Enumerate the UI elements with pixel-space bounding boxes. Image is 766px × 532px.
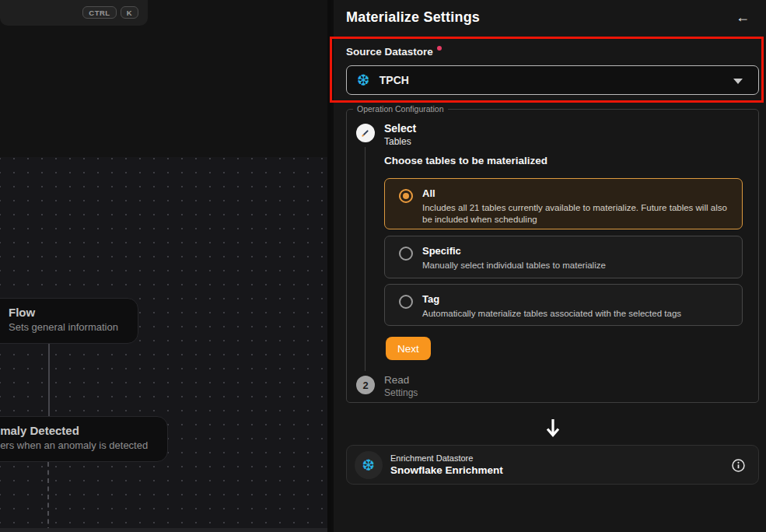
down-arrow-icon [544,417,562,439]
keyboard-shortcut: CTRL K [82,6,138,19]
node-title: Anomaly Detected [0,424,155,437]
option-description: Manually select individual tables to mat… [422,260,727,271]
radio-unselected-icon[interactable] [399,247,413,261]
snowflake-icon: ❆ [357,72,370,88]
source-datastore-value: TPCH [380,74,409,86]
info-icon[interactable] [731,458,746,473]
step-1-subtitle: Tables [384,136,416,147]
snowflake-icon: ❆ [362,457,376,473]
chevron-down-icon [733,79,743,84]
option-tag[interactable]: Tag Automatically materialize tables ass… [384,284,743,326]
radio-unselected-icon[interactable] [399,295,413,309]
step-2-label: Read Settings [384,374,418,398]
node-title: Flow [9,306,125,319]
radio-selected-icon[interactable] [399,189,413,203]
node-connector-dashed-line [47,462,49,532]
panel-header: Materialize Settings ← [334,0,766,34]
option-title: Tag [422,293,439,305]
step-2-subtitle: Settings [384,387,418,398]
node-subtitle: Triggers when an anomaly is detected [0,439,155,451]
option-description: Automatically materialize tables associa… [422,308,727,320]
step-1-title: Select [384,122,416,135]
step-1-label: Select Tables [384,122,416,147]
option-title: Specific [422,245,461,257]
source-datastore-label: Source Datastore [346,46,442,58]
option-title: All [422,187,435,199]
canvas-bottom-edge [0,528,331,532]
enrichment-datastore-label: Enrichment Datastore [390,453,503,463]
next-button[interactable]: Next [386,337,431,360]
choose-tables-heading: Choose tables to be materialized [384,155,547,166]
node-subtitle: Sets general information [9,321,125,333]
node-connector-line [48,344,50,416]
search-bar[interactable]: CTRL K [0,0,148,26]
step-2-title: Read [384,374,418,386]
source-datastore-select[interactable]: ❆ TPCH [346,65,759,95]
k-key-badge: K [121,6,138,19]
materialize-settings-panel: Materialize Settings ← Source Datastore … [331,0,766,532]
anomaly-detected-node[interactable]: Anomaly Detected Triggers when an anomal… [0,416,168,462]
option-description: Includes all 21 tables currently availab… [422,202,727,226]
operation-configuration-section: Operation Configuration Select Tables Ch… [346,109,759,403]
operation-configuration-legend: Operation Configuration [353,104,448,114]
enrichment-datastore-card[interactable]: ❆ Enrichment Datastore Snowflake Enrichm… [346,445,759,485]
step-2-indicator: 2 [356,376,375,394]
step-connector-line [365,147,366,371]
flow-node[interactable]: Flow Sets general information [0,298,138,344]
enrichment-text: Enrichment Datastore Snowflake Enrichmen… [390,453,503,476]
back-arrow-icon[interactable]: ← [733,8,752,26]
source-datastore-label-text: Source Datastore [346,46,433,58]
required-indicator [437,46,442,51]
app-window: CTRL K Flow Sets general information Ano… [0,0,766,532]
page-title: Materialize Settings [346,9,480,26]
ctrl-key-badge: CTRL [82,6,116,19]
option-all[interactable]: All Includes all 21 tables currently ava… [384,178,743,229]
pencil-icon [360,128,371,138]
flow-canvas[interactable]: CTRL K Flow Sets general information Ano… [0,0,331,532]
step-1-indicator [356,124,375,142]
option-specific[interactable]: Specific Manually select individual tabl… [384,236,743,278]
datastore-icon-wrap: ❆ [355,451,383,479]
enrichment-datastore-value: Snowflake Enrichment [390,464,503,476]
